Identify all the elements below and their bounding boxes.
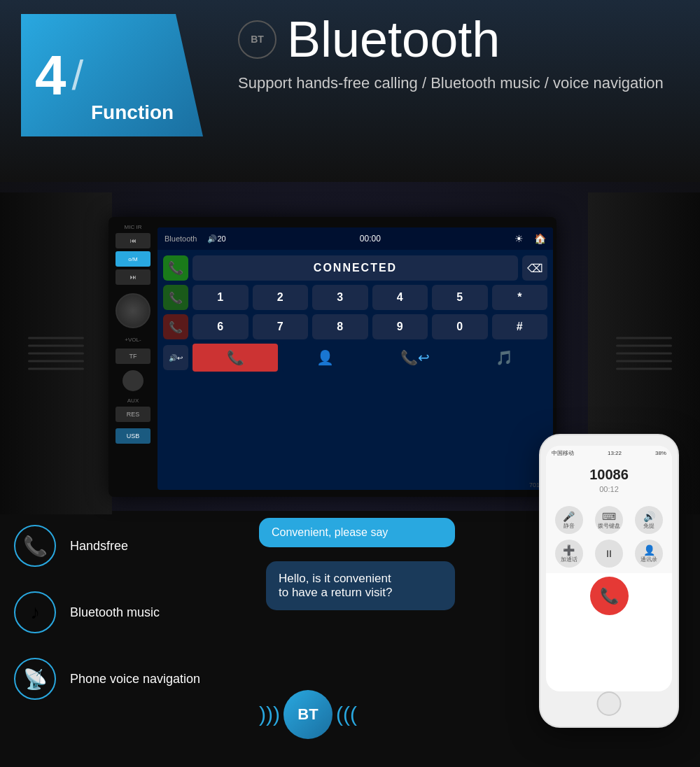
recent-calls-tab[interactable]: 📞↩ [372,344,458,372]
num-btn-4[interactable]: 4 [372,285,428,310]
status-time: 00:00 [360,234,381,244]
num-btn-star[interactable]: * [492,285,548,310]
om-button[interactable]: o/M [115,251,150,267]
screen-status-bar: Bluetooth 🔊20 00:00 ☀ 🏠 [158,227,553,250]
num-btn-6[interactable]: 6 [192,314,248,339]
vent-lines-left [28,337,84,370]
next-button[interactable]: ⏭ [115,269,150,285]
num-btn-2[interactable]: 2 [253,285,309,310]
phone-number: 10086 [553,467,665,483]
volume-button[interactable]: 🔊↩ [163,345,188,370]
res-button[interactable]: RES [115,407,150,422]
num-btn-hash[interactable]: # [492,314,548,339]
bt-circle-label: BT [251,34,264,45]
feature-navigation: 📡 Phone voice navigation [14,658,210,700]
volume-knob[interactable] [115,293,150,328]
left-controls: MIC IR ⏮ o/M ⏭ +VOL- TF AUX RES USB [108,217,158,497]
phone-status-bar: 中国移动 13:22 38% [546,446,672,460]
aux-label: AUX [127,397,139,404]
status-volume: 🔊20 [207,234,225,244]
function-number: 4 [35,48,66,104]
function-slash: / [72,51,84,99]
header-section: 4 / Function BT Bluetooth Support hands-… [0,0,700,182]
vent-line [28,353,84,355]
vol-label: +VOL- [125,337,141,343]
num-btn-0[interactable]: 0 [432,314,488,339]
phone-add-btn[interactable]: ➕ 加通话 [555,540,583,568]
tf-button[interactable]: TF [115,349,150,364]
function-badge: 4 / Function [21,14,217,136]
connected-display: CONNECTED [192,255,518,281]
function-text: Function [91,101,174,124]
connected-row: 📞 CONNECTED ⌫ [163,255,547,281]
usb-button[interactable]: USB [115,428,150,444]
mic-label: MIC IR [125,224,142,230]
phone-time: 13:22 [608,450,622,456]
bt-circle: BT [238,20,276,59]
call-icon[interactable]: 📞 [163,255,188,281]
phone-hold-btn[interactable]: ⏸ [595,540,623,568]
bt-title-row: BT Bluetooth [238,14,686,64]
phone-contacts-btn[interactable]: 👤 通讯录 [635,540,663,568]
handsfree-label: Handsfree [70,539,128,554]
status-sun-icon[interactable]: ☀ [514,233,524,244]
vent-line [616,353,672,355]
signal-right-icon: ((( [336,703,357,726]
phone-speaker-btn[interactable]: 🔊 免提 [635,506,663,534]
music-tab[interactable]: 🎵 [462,344,547,372]
phone-call-area: 10086 00:12 [546,460,672,500]
dashboard-left [0,192,112,514]
status-home-icon[interactable]: 🏠 [534,233,546,244]
num-btn-3[interactable]: 3 [312,285,368,310]
call-button[interactable]: 📞 [163,285,188,310]
num-btn-8[interactable]: 8 [312,314,368,339]
handsfree-icon: 📞 [14,525,56,567]
phone-mockup: 中国移动 13:22 38% 10086 00:12 🎤 静音 ⌨ 拨号键盘 🔊… [539,434,679,728]
signal-left-icon: ))) [259,703,280,726]
numpad-row-2: 📞 6 7 8 9 0 # [163,314,547,339]
bluetooth-title: Bluetooth [287,14,500,64]
features-list: 📞 Handsfree ♪ Bluetooth music 📡 Phone vo… [14,525,210,724]
feature-bluetooth-music: ♪ Bluetooth music [14,591,210,633]
num-btn-1[interactable]: 1 [192,285,248,310]
contacts-tab[interactable]: 👤 [282,344,368,372]
bottom-buttons: 📞 👤 📞↩ 🎵 [192,344,547,372]
num-btn-5[interactable]: 5 [432,285,488,310]
vent-line [616,368,672,370]
bluetooth-header: BT Bluetooth Support hands-free calling … [238,14,686,94]
num-btn-7[interactable]: 7 [253,314,309,339]
prev-button[interactable]: ⏮ [115,233,150,248]
bt-signal: ))) BT ((( [259,690,357,739]
num-btn-9[interactable]: 9 [372,314,428,339]
end-call-button[interactable]: 📞 [163,314,188,339]
phone-screen: 中国移动 13:22 38% 10086 00:12 🎤 静音 ⌨ 拨号键盘 🔊… [546,446,672,691]
navigation-icon: 📡 [14,658,56,700]
feature-handsfree: 📞 Handsfree [14,525,210,567]
bluetooth-music-label: Bluetooth music [70,605,160,620]
bluetooth-subtitle: Support hands-free calling / Bluetooth m… [238,71,686,94]
speech-bubble-1: Convenient, please say [259,518,455,547]
navigation-label: Phone voice navigation [70,672,200,687]
vent-lines-right [616,337,672,370]
head-unit: MIC IR ⏮ o/M ⏭ +VOL- TF AUX RES USB Blue… [108,217,556,497]
phone-home-btn[interactable] [597,691,622,716]
phone-mute-btn[interactable]: 🎤 静音 [555,506,583,534]
head-unit-screen: Bluetooth 🔊20 00:00 ☀ 🏠 📞 CONNECTED ⌫ 📞 … [158,227,553,490]
vent-line [28,360,84,363]
speech-area: Convenient, please say Hello, is it conv… [203,518,455,624]
vent-line [616,337,672,339]
phone-tab[interactable]: 📞 [192,344,278,372]
phone-carrier: 中国移动 [552,449,574,457]
vent-line [28,368,84,370]
phone-buttons-grid: 🎤 静音 ⌨ 拨号键盘 🔊 免提 ➕ 加通话 ⏸ 👤 通讯录 [546,500,672,573]
phone-keypad-btn[interactable]: ⌨ 拨号键盘 [595,506,623,534]
vent-line [28,345,84,347]
phone-battery: 38% [655,450,666,456]
backspace-button[interactable]: ⌫ [522,255,547,281]
phone-duration: 00:12 [553,485,665,493]
speech-bubble-2: Hello, is it convenientto have a return … [266,561,455,610]
numpad-row-3: 🔊↩ 📞 👤 📞↩ 🎵 [163,344,547,372]
numpad-row-1: 📞 1 2 3 4 5 * [163,285,547,310]
phone-end-call-btn[interactable]: 📞 [590,577,629,615]
bt-signal-circle: BT [284,690,332,739]
